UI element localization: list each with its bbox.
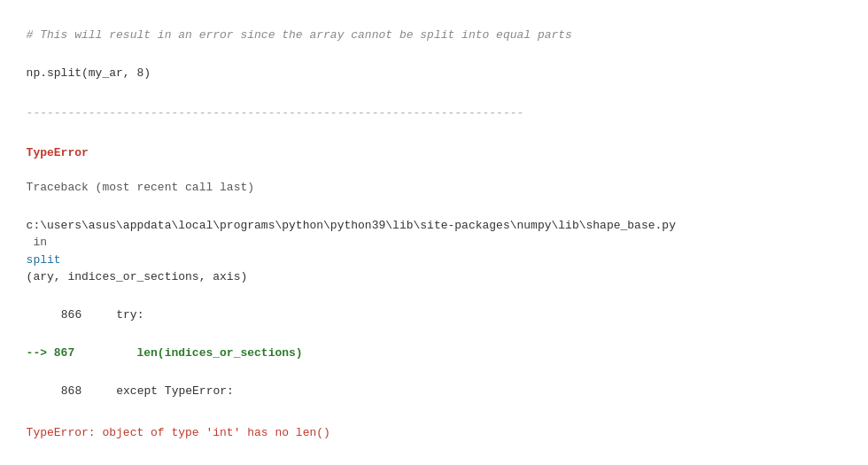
type-error-msg: TypeError: object of type 'int' has no l…	[12, 407, 856, 442]
separator-1: ----------------------------------------…	[12, 87, 856, 121]
exception-transition: During handling of the above exception, …	[12, 449, 856, 466]
traceback-header-1: TypeError Traceback (most recent call la…	[12, 127, 856, 196]
code-line-866: 866 try:	[12, 290, 856, 324]
file-path-1: c:\users\asus\appdata\local\programs\pyt…	[12, 199, 856, 286]
code-line: np.split(my_ar, 8)	[12, 47, 856, 81]
comment-line: # This will result in an error since the…	[12, 9, 856, 43]
code-line-867: --> 867 len(indices_or_sections)	[12, 328, 856, 362]
code-line-868: 868 except TypeError:	[12, 366, 856, 400]
